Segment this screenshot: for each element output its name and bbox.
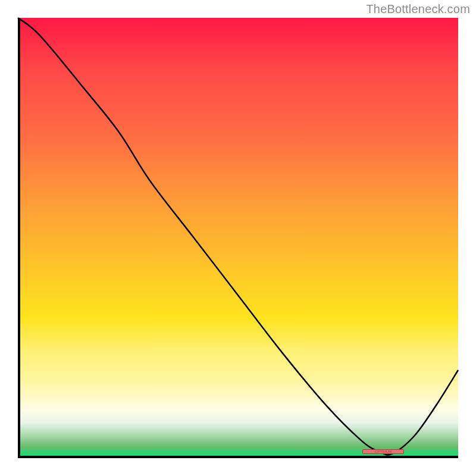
attribution-text: TheBottleneck.com (366, 2, 470, 16)
optimum-marker: OPTIMUM (362, 449, 404, 454)
chart-plot-area: OPTIMUM (18, 18, 458, 458)
bottleneck-curve (18, 18, 458, 458)
